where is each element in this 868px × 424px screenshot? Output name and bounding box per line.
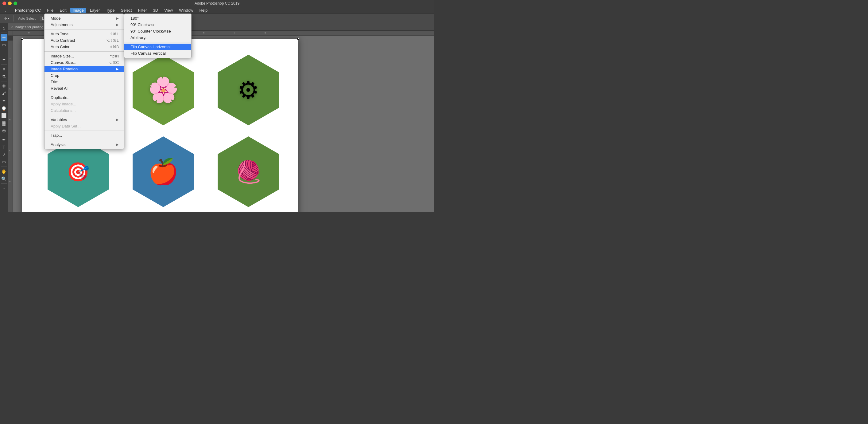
- menu-item-apply-image: Apply Image...: [44, 101, 124, 107]
- menu-layer[interactable]: Layer: [88, 8, 102, 13]
- rotation-item-90ccw[interactable]: 90° Counter Clockwise: [124, 28, 191, 34]
- menu-item-auto-color[interactable]: Auto Color ⇧⌘B: [44, 44, 124, 50]
- menu-item-trap-label: Trap...: [51, 133, 62, 138]
- marquee-tool[interactable]: ▭: [1, 41, 7, 48]
- eraser-tool[interactable]: ⬜: [1, 112, 7, 119]
- menu-item-trim[interactable]: Trim...: [44, 79, 124, 85]
- hex-blue-apple: 🍎: [133, 136, 194, 207]
- tool-separator-3: [1, 81, 7, 81]
- menu-arrow-image-rotation: ▶: [116, 67, 119, 71]
- menu-item-reveal-all[interactable]: Reveal All: [44, 85, 124, 91]
- home-tool[interactable]: ⌂: [1, 25, 7, 31]
- brush-tool[interactable]: 🖌: [1, 90, 7, 97]
- clone-tool[interactable]: ✦: [1, 97, 7, 104]
- handle-tr: [298, 38, 299, 40]
- menu-item-crop[interactable]: Crop: [44, 72, 124, 79]
- lasso-tool[interactable]: ⌒: [1, 49, 7, 56]
- tab-close-icon[interactable]: ✕: [11, 25, 13, 29]
- menu-arrow-variables: ▶: [116, 118, 119, 121]
- zoom-tool[interactable]: 🔍: [1, 175, 7, 182]
- menu-item-auto-contrast[interactable]: Auto Contrast ⌥⇧⌘L: [44, 37, 124, 44]
- history-tool[interactable]: ⌚: [1, 105, 7, 112]
- menu-item-variables[interactable]: Variables ▶: [44, 116, 124, 123]
- menu-sep-6: [44, 140, 124, 140]
- menu-item-variables-label: Variables: [51, 117, 67, 122]
- menu-window[interactable]: Window: [177, 8, 195, 13]
- menu-shortcut-auto-contrast: ⌥⇧⌘L: [105, 38, 119, 43]
- rotation-item-flip-h[interactable]: Flip Canvas Horizontal: [124, 44, 191, 50]
- menu-item-calculations-label: Calculations...: [51, 108, 76, 113]
- menu-item-crop-label: Crop: [51, 73, 59, 78]
- minimize-button[interactable]: [8, 2, 12, 5]
- menu-image[interactable]: Image: [70, 8, 86, 13]
- tool-separator-6: [1, 183, 7, 184]
- menu-item-canvas-size-label: Canvas Size...: [51, 60, 76, 65]
- shape-tool[interactable]: ▭: [1, 159, 7, 165]
- move-tool-options[interactable]: ✛ ▾: [2, 16, 11, 21]
- pen-tool[interactable]: ✒: [1, 136, 7, 143]
- menu-3d[interactable]: 3D: [151, 8, 161, 13]
- menu-item-image-size[interactable]: Image Size... ⌥⌘I: [44, 53, 124, 59]
- menu-arrow-adjustments: ▶: [116, 23, 119, 26]
- hex-green-yarn: 🧶: [218, 136, 279, 207]
- menu-item-apply-image-label: Apply Image...: [51, 102, 76, 106]
- menu-help[interactable]: Help: [197, 8, 210, 13]
- menu-shortcut-auto-tone: ⇧⌘L: [110, 32, 119, 36]
- magic-wand-tool[interactable]: ✦: [1, 56, 7, 63]
- menu-item-image-rotation[interactable]: Image Rotation ▶: [44, 66, 124, 72]
- menu-item-trap[interactable]: Trap...: [44, 132, 124, 139]
- rotation-90cw-label: 90° Clockwise: [130, 22, 156, 27]
- menu-item-image-rotation-label: Image Rotation: [51, 67, 78, 71]
- type-tool[interactable]: T: [1, 144, 7, 150]
- menu-item-mode[interactable]: Mode ▶: [44, 15, 124, 22]
- menu-edit[interactable]: Edit: [57, 8, 69, 13]
- move-icon: ✛: [4, 17, 7, 21]
- apple-menu[interactable]: : [2, 8, 9, 13]
- rotation-flip-h-label: Flip Canvas Horizontal: [130, 45, 170, 49]
- dodge-tool[interactable]: ◎: [1, 127, 7, 134]
- healing-tool[interactable]: ✚: [1, 83, 7, 89]
- menu-item-analysis-label: Analysis: [51, 142, 65, 147]
- rotation-arbitrary-label: Arbitrary...: [130, 35, 149, 40]
- image-menu: Mode ▶ Adjustments ▶ Auto Tone ⇧⌘L Auto …: [44, 13, 124, 149]
- menu-type[interactable]: Type: [103, 8, 117, 13]
- rotation-item-90cw[interactable]: 90° Clockwise: [124, 22, 191, 28]
- rotation-90ccw-label: 90° Counter Clockwise: [130, 29, 171, 33]
- hex-apple: 🍎: [122, 133, 204, 211]
- path-tool[interactable]: ↗: [1, 151, 7, 158]
- tool-separator-4: [1, 135, 7, 135]
- tool-separator-2: [1, 64, 7, 64]
- rotation-item-flip-v[interactable]: Flip Canvas Vertical: [124, 50, 191, 57]
- rotation-item-180[interactable]: 180°: [124, 15, 191, 22]
- menu-item-duplicate[interactable]: Duplicate...: [44, 94, 124, 101]
- menu-item-apply-dataset-label: Apply Data Set...: [51, 124, 81, 129]
- hand-tool[interactable]: ✋: [1, 168, 7, 175]
- eyedropper-tool[interactable]: ⚗: [1, 73, 7, 80]
- rotation-sep: [124, 42, 191, 43]
- menu-select[interactable]: Select: [119, 8, 134, 13]
- rotation-flip-v-label: Flip Canvas Vertical: [130, 51, 166, 56]
- menu-item-auto-contrast-label: Auto Contrast: [51, 38, 75, 43]
- menu-file[interactable]: File: [44, 8, 56, 13]
- toolbar-divider-1: [13, 16, 14, 22]
- crop-tool[interactable]: ⌗: [1, 66, 7, 73]
- title-bar: Adobe Photoshop CC 2019: [0, 0, 434, 7]
- menu-item-canvas-size[interactable]: Canvas Size... ⌥⌘C: [44, 59, 124, 66]
- rotation-item-arbitrary[interactable]: Arbitrary...: [124, 34, 191, 41]
- maximize-button[interactable]: [13, 2, 17, 5]
- close-button[interactable]: [2, 2, 6, 5]
- gradient-tool[interactable]: ▓: [1, 119, 7, 126]
- rotation-180-label: 180°: [130, 16, 139, 21]
- move-tool[interactable]: ✛: [1, 34, 7, 41]
- menu-item-auto-tone[interactable]: Auto Tone ⇧⌘L: [44, 31, 124, 37]
- menu-view[interactable]: View: [162, 8, 175, 13]
- menu-item-trim-label: Trim...: [51, 80, 62, 84]
- more-tools[interactable]: ···: [1, 185, 7, 192]
- tool-separator-5: [1, 167, 7, 167]
- menu-item-analysis[interactable]: Analysis ▶: [44, 141, 124, 148]
- menu-filter[interactable]: Filter: [136, 8, 150, 13]
- hex-wheel: ⚙: [208, 51, 289, 129]
- menu-photoshop[interactable]: Photoshop CC: [12, 8, 43, 13]
- menu-item-adjustments[interactable]: Adjustments ▶: [44, 22, 124, 28]
- ruler-vertical: 1 2 3 4 5: [8, 40, 13, 212]
